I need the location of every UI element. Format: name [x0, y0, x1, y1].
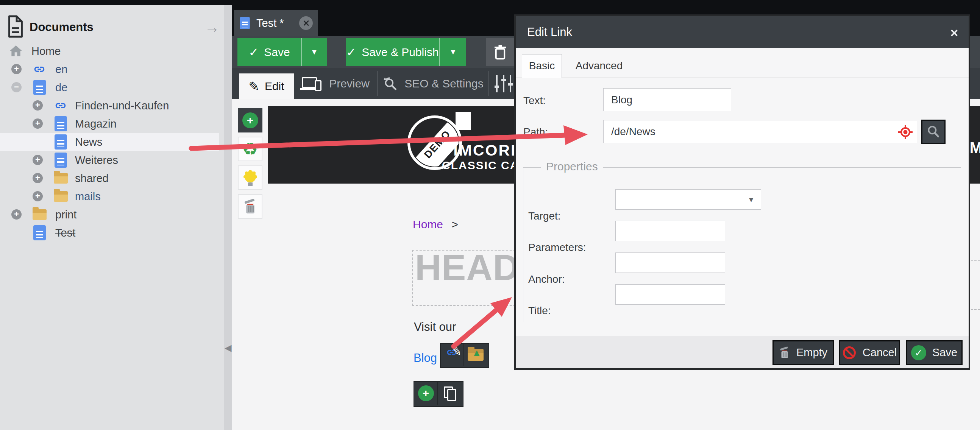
- tree-item-magazin[interactable]: +Magazin: [0, 115, 224, 133]
- document-tab-test[interactable]: Test *: [234, 10, 318, 36]
- search-path-button[interactable]: [921, 120, 945, 144]
- clear-content-button[interactable]: [238, 194, 262, 219]
- panel-collapse-arrow-icon[interactable]: →: [204, 20, 220, 35]
- tree-item-home[interactable]: Home: [0, 42, 224, 60]
- edit-link-button[interactable]: ✎: [441, 344, 463, 366]
- tree-item-label: print: [55, 206, 76, 224]
- tab-divider: [488, 71, 489, 96]
- text-field-label: Text:: [523, 95, 546, 107]
- save-publish-dropdown-button[interactable]: ▼: [439, 38, 466, 66]
- editable-border-fragment: [971, 309, 980, 310]
- copy-element-button[interactable]: [438, 382, 461, 405]
- cancel-button[interactable]: Cancel: [839, 340, 900, 365]
- dialog-close-button[interactable]: [947, 26, 960, 39]
- plus-expander-icon[interactable]: +: [33, 173, 43, 183]
- tab-seo-label: SEO & Settings: [404, 77, 483, 90]
- tree-item-label: Finden-und-Kaufen: [75, 97, 169, 115]
- dialog-save-button[interactable]: ✓ Save: [906, 340, 963, 365]
- hint-button[interactable]: [238, 165, 262, 190]
- plus-expander-icon[interactable]: +: [33, 119, 43, 129]
- save-split-button: ✓ Save ▼: [237, 38, 327, 66]
- page-icon: [32, 225, 47, 240]
- pencil-icon: ✎: [248, 79, 259, 94]
- cancel-icon: [842, 346, 857, 360]
- dialog-footer: Empty Cancel ✓ Save: [516, 336, 969, 368]
- save-publish-button[interactable]: ✓ Save & Publish: [346, 38, 439, 66]
- parameters-input[interactable]: [615, 221, 725, 241]
- tab-preview[interactable]: Preview: [294, 68, 377, 99]
- tree-item-finden-und-kaufen[interactable]: +Finden-und-Kaufen: [0, 97, 224, 115]
- drop-target-icon[interactable]: [897, 124, 913, 141]
- check-icon: ✓: [248, 45, 259, 59]
- dialog-title: Edit Link: [527, 16, 572, 48]
- tree-item-label: Test: [55, 224, 75, 242]
- blog-link[interactable]: Blog: [414, 351, 437, 365]
- panel-title: Documents: [30, 21, 94, 34]
- minus-expander-icon[interactable]: −: [11, 82, 22, 92]
- chevron-down-icon: ▼: [748, 196, 755, 204]
- plus-circle-icon: +: [418, 386, 434, 401]
- cancel-button-label: Cancel: [862, 346, 897, 359]
- link-edit-icon: ✎: [444, 347, 461, 362]
- plus-expander-icon[interactable]: +: [33, 191, 43, 202]
- delete-document-button[interactable]: [486, 38, 514, 66]
- plus-expander-icon[interactable]: +: [11, 209, 22, 219]
- tree-item-shared[interactable]: +shared: [0, 169, 224, 187]
- plus-expander-icon[interactable]: +: [11, 64, 22, 74]
- parameters-label: Parameters:: [528, 241, 586, 254]
- add-block-button[interactable]: +: [238, 108, 262, 132]
- link-icon: [32, 62, 47, 77]
- title-input[interactable]: [615, 284, 725, 305]
- tab-edit[interactable]: ✎ Edit: [239, 73, 294, 99]
- tree-item-de[interactable]: −de: [0, 78, 224, 97]
- tree-item-weiteres[interactable]: +Weiteres: [0, 151, 224, 169]
- tree-item-test[interactable]: Test: [0, 224, 224, 242]
- dialog-save-button-label: Save: [932, 346, 957, 359]
- plus-expander-icon[interactable]: +: [33, 100, 43, 111]
- anchor-input[interactable]: [615, 252, 725, 273]
- reload-button[interactable]: ♻: [238, 136, 262, 161]
- page-icon: [53, 152, 68, 168]
- text-input-value: Blog: [611, 94, 632, 106]
- tab-basic[interactable]: Basic: [522, 54, 562, 78]
- tree-item-news[interactable]: News: [0, 133, 219, 151]
- tree-item-en[interactable]: +en: [0, 60, 224, 78]
- plus-expander-icon[interactable]: +: [33, 155, 43, 165]
- tab-close-button[interactable]: [299, 16, 313, 30]
- folder-up-icon: ▲: [468, 349, 484, 361]
- open-document-button[interactable]: ▲: [463, 344, 487, 366]
- title-label: Title:: [528, 305, 551, 317]
- link-editable-toolbar: ✎ ▲: [440, 343, 489, 368]
- dialog-header[interactable]: Edit Link: [516, 16, 969, 48]
- panel-splitter[interactable]: ◀: [224, 5, 232, 430]
- lightbulb-icon: [245, 171, 256, 182]
- properties-legend: Properties: [541, 160, 603, 173]
- path-input[interactable]: /de/News: [603, 120, 917, 143]
- save-button-label: Save: [264, 46, 290, 59]
- tree-item-mails[interactable]: +mails: [0, 187, 224, 206]
- copy-icon: [444, 387, 456, 400]
- splitter-collapse-icon[interactable]: ◀: [224, 343, 231, 353]
- tree-item-print[interactable]: +print: [0, 206, 224, 224]
- tab-seo-settings[interactable]: SEO & Settings: [377, 68, 488, 99]
- preview-devices-icon: [302, 77, 323, 90]
- page-icon: [53, 134, 68, 149]
- save-publish-split-button: ✓ Save & Publish ▼: [346, 38, 466, 66]
- save-dropdown-button[interactable]: ▼: [301, 38, 327, 66]
- add-element-button[interactable]: +: [414, 382, 438, 405]
- chevron-down-icon: ▼: [310, 48, 318, 56]
- tab-edit-label: Edit: [265, 80, 285, 93]
- search-icon: [926, 125, 940, 139]
- empty-button[interactable]: Empty: [773, 340, 834, 365]
- text-input[interactable]: Blog: [603, 88, 731, 111]
- settings-sliders-icon[interactable]: [494, 75, 514, 93]
- tree-item-label: Magazin: [75, 115, 117, 133]
- check-circle-icon: ✓: [911, 345, 926, 360]
- breadcrumb-home-link[interactable]: Home: [413, 218, 443, 230]
- tab-advanced[interactable]: Advanced: [573, 54, 625, 78]
- close-icon: [302, 20, 309, 27]
- save-button[interactable]: ✓ Save: [237, 38, 301, 66]
- nav-menu-partial-text: M: [970, 139, 980, 156]
- target-select[interactable]: ▼: [615, 189, 761, 210]
- breadcrumb: Home >: [413, 218, 458, 231]
